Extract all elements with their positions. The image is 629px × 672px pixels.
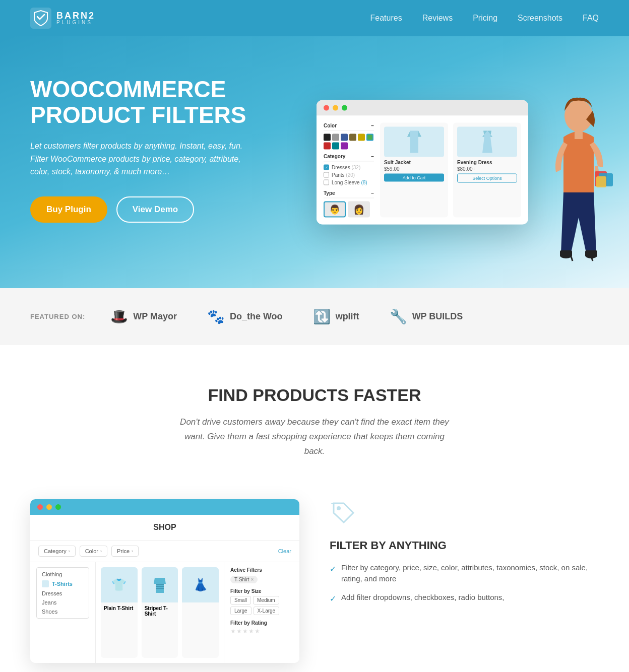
view-demo-button[interactable]: View Demo — [116, 196, 194, 223]
striped-tshirt-info: Striped T-Shirt — [142, 602, 178, 620]
swatch-green[interactable] — [366, 134, 373, 141]
swatch-blue[interactable] — [341, 134, 348, 141]
logo-plugins-text: PLUGINS — [56, 20, 95, 25]
product-1-add-cart[interactable]: Add to Cart — [384, 174, 444, 182]
filter-tag-label: T-Shirt — [234, 577, 249, 582]
filter-tab-category[interactable]: Category › — [38, 546, 76, 557]
product-1-name: Suit Jacket — [384, 160, 444, 165]
swatch-teal[interactable] — [332, 143, 339, 150]
shop-category-sidebar: Clothing T-Shirts Dresses Jeans Shoes — [30, 562, 96, 663]
product-2-price: $80.00+ — [457, 166, 517, 172]
svg-rect-12 — [156, 584, 164, 585]
product-3-info — [182, 602, 219, 609]
wp-builds-name: WP BUILDS — [412, 311, 463, 322]
browser-bar — [317, 100, 528, 116]
size-large[interactable]: Large — [230, 607, 251, 615]
check-icon-2: ✓ — [330, 593, 336, 605]
feature-text-2: Add filter dropdowns, checkboxes, radio … — [341, 592, 505, 603]
color-swatches — [324, 134, 374, 150]
filter-pants[interactable]: Pants (20) — [324, 172, 374, 178]
cat-shoes[interactable]: Shoes — [37, 607, 89, 616]
product-1-image — [384, 127, 444, 157]
swatch-brown[interactable] — [349, 134, 356, 141]
product-2-select-options[interactable]: Select Options — [457, 174, 517, 183]
browser-dot-green — [342, 105, 347, 111]
filter-longsleeve[interactable]: Long Sleeve (8) — [324, 180, 374, 185]
clear-button[interactable]: Clear — [278, 548, 291, 554]
featured-label: FEATURED ON: — [30, 313, 85, 320]
svg-line-10 — [571, 256, 573, 261]
svg-rect-14 — [156, 588, 164, 589]
filter-by-rating: Filter by Rating ★★★★★ — [230, 620, 293, 635]
size-small[interactable]: Small — [230, 596, 251, 604]
buy-plugin-button[interactable]: Buy Plugin — [30, 196, 107, 223]
swatch-black[interactable] — [324, 134, 331, 141]
category-chevron: › — [69, 549, 70, 554]
swatch-purple[interactable] — [341, 143, 348, 150]
shop-content: SHOP Category › Color › Price › Cl — [30, 515, 299, 663]
active-filters-label: Active Filters — [230, 567, 293, 573]
hero-title: WOOCOMMERCE PRODUCT FILTERS — [30, 77, 247, 127]
mini-dot-red — [37, 504, 43, 510]
filter-tab-color[interactable]: Color › — [80, 546, 107, 557]
product-1-price: $59.00 — [384, 166, 444, 172]
hero-illustration: Color− Category− — [286, 36, 629, 288]
tshirt-icon — [42, 580, 49, 587]
size-xlarge[interactable]: X-Large — [254, 607, 280, 615]
swatch-gray[interactable] — [332, 134, 339, 141]
nav-reviews[interactable]: Reviews — [422, 14, 453, 23]
main-nav: Features Reviews Pricing Screenshots FAQ — [370, 14, 599, 23]
shop-right-panel: Active Filters T-Shirt × Filter by Size … — [224, 562, 299, 663]
features-browser-mockup: SHOP Category › Color › Price › Cl — [30, 499, 299, 663]
hero-description: Let customers filter products by anythin… — [30, 140, 247, 178]
nav-faq[interactable]: FAQ — [583, 14, 599, 23]
category-dropdown: Clothing T-Shirts Dresses Jeans Shoes — [36, 567, 89, 619]
wp-builds-icon: 🔧 — [390, 308, 407, 325]
filter-tab-price[interactable]: Price › — [111, 546, 139, 557]
feature-item-2: ✓ Add filter dropdowns, checkboxes, radi… — [330, 592, 599, 605]
shop-product-3: 👗 — [182, 567, 219, 658]
find-products-section: FIND PRODUCTS FASTER Don't drive custome… — [0, 345, 629, 489]
longsleeve-checkbox[interactable] — [324, 180, 329, 185]
star-rating[interactable]: ★★★★★ — [230, 628, 293, 635]
type-filter-section: Type− 👨 👩 — [324, 190, 374, 218]
hero-section: WOOCOMMERCE PRODUCT FILTERS Let customer… — [0, 36, 629, 288]
nav-pricing[interactable]: Pricing — [473, 14, 497, 23]
filter-tag-remove[interactable]: × — [250, 577, 254, 582]
pants-checkbox[interactable] — [324, 172, 329, 178]
filter-by-size: Filter by Size Small Medium Large X-Larg… — [230, 588, 293, 615]
hero-woman-illustration — [513, 92, 614, 288]
dresses-checkbox[interactable] — [324, 165, 329, 170]
svg-rect-9 — [585, 250, 597, 256]
filter-sidebar: Color− Category− — [324, 123, 374, 218]
svg-point-15 — [337, 506, 341, 510]
type-men[interactable]: 👨 — [324, 201, 346, 218]
type-women[interactable]: 👩 — [348, 201, 370, 218]
feature-text-1: Filter by category, price, size, color, … — [341, 562, 599, 585]
nav-screenshots[interactable]: Screenshots — [518, 14, 562, 23]
cat-clothing[interactable]: Clothing — [37, 570, 89, 579]
featured-wp-builds: 🔧 WP BUILDS — [390, 308, 463, 325]
check-icon-1: ✓ — [330, 563, 336, 575]
swatch-red[interactable] — [324, 143, 331, 150]
price-chevron: › — [132, 549, 133, 554]
product-2-name: Evening Dress — [457, 160, 517, 165]
swatch-gold[interactable] — [358, 134, 365, 141]
cat-tshirts[interactable]: T-Shirts — [37, 579, 89, 589]
product-2-image — [457, 127, 517, 157]
svg-rect-2 — [575, 130, 583, 139]
logo[interactable]: BARN2 PLUGINS — [30, 8, 95, 29]
do-the-woo-name: Do_the Woo — [230, 311, 283, 322]
cat-jeans[interactable]: Jeans — [37, 598, 89, 607]
cat-dresses[interactable]: Dresses — [37, 589, 89, 598]
nav-features[interactable]: Features — [370, 14, 402, 23]
wp-mayor-icon: 🎩 — [110, 308, 128, 325]
size-medium[interactable]: Medium — [253, 596, 279, 604]
features-section: SHOP Category › Color › Price › Cl — [0, 489, 629, 672]
type-filter-label: Type− — [324, 190, 374, 198]
featured-wplift: 🔃 wplift — [313, 308, 359, 325]
shop-products-grid: 👕 Plain T-Shirt — [96, 562, 224, 663]
featured-wp-mayor: 🎩 WP Mayor — [110, 308, 177, 325]
filter-dresses[interactable]: Dresses (32) — [324, 165, 374, 170]
featured-logos: 🎩 WP Mayor 🐾 Do_the Woo 🔃 wplift 🔧 WP BU… — [110, 308, 599, 325]
